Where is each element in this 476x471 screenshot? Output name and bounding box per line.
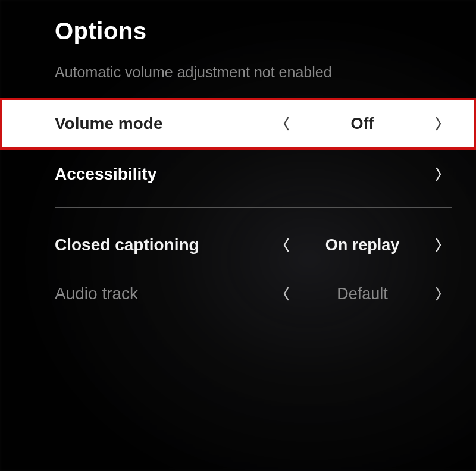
- audio-track-row[interactable]: Audio track Default: [0, 269, 476, 318]
- divider: [55, 207, 452, 208]
- accessibility-row[interactable]: Accessibility: [0, 150, 476, 199]
- chevron-left-icon[interactable]: [273, 116, 300, 131]
- chevron-right-icon: [425, 167, 452, 182]
- chevron-left-icon[interactable]: [273, 286, 300, 302]
- volume-mode-value: Off: [300, 115, 425, 133]
- page-title: Options: [0, 12, 476, 59]
- closed-captioning-value: On replay: [300, 236, 425, 255]
- volume-mode-description: Automatic volume adjustment not enabled: [0, 59, 476, 98]
- volume-mode-label: Volume mode: [55, 114, 273, 133]
- options-panel: Options Automatic volume adjustment not …: [0, 0, 476, 318]
- closed-captioning-row[interactable]: Closed captioning On replay: [0, 221, 476, 269]
- volume-mode-row[interactable]: Volume mode Off: [0, 98, 476, 150]
- audio-track-label: Audio track: [55, 284, 273, 303]
- chevron-left-icon[interactable]: [273, 237, 300, 253]
- accessibility-label: Accessibility: [55, 165, 425, 184]
- chevron-right-icon[interactable]: [425, 286, 452, 302]
- closed-captioning-label: Closed captioning: [55, 236, 273, 255]
- chevron-right-icon[interactable]: [425, 237, 452, 253]
- audio-track-value: Default: [300, 285, 425, 303]
- chevron-right-icon[interactable]: [425, 116, 452, 131]
